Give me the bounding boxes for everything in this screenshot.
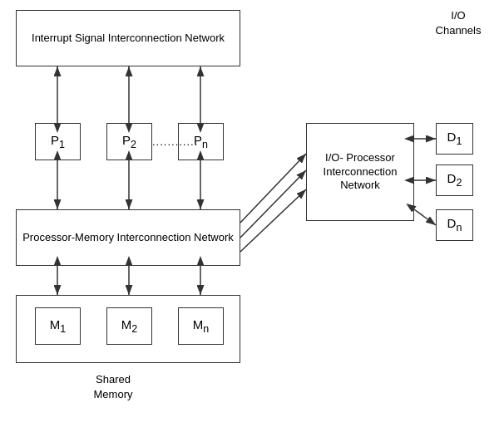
p2-label: P2 [122, 132, 136, 151]
dn-io-arrow [414, 209, 436, 225]
processor-memory-box: Processor-Memory Interconnection Network [16, 209, 240, 266]
p1-label: P1 [51, 132, 65, 151]
d1-label: D1 [447, 129, 462, 148]
pm-io-arrow1 [240, 154, 306, 223]
mn-label: Mn [193, 317, 209, 336]
mn-box: Mn [178, 307, 224, 345]
interrupt-network-box: Interrupt Signal Interconnection Network [16, 10, 240, 66]
m1-box: M1 [35, 307, 81, 345]
p1-box: P1 [35, 123, 81, 160]
pm-io-arrow2 [240, 170, 306, 238]
dots-label: ............ [152, 135, 198, 150]
dn-label: Dn [447, 215, 462, 234]
processor-memory-label: Processor-Memory Interconnection Network [22, 231, 234, 245]
architecture-diagram: Interrupt Signal Interconnection Network… [0, 0, 504, 432]
memory-text: Memory [94, 388, 133, 400]
shared-text: Shared [96, 373, 131, 385]
d2-box: D2 [436, 164, 473, 196]
p2-box: P2 [106, 123, 152, 160]
io-processor-box: I/O- Processor Interconnection Network [306, 123, 414, 221]
pm-io-arrow3 [240, 189, 306, 252]
io-processor-label: I/O- Processor Interconnection Network [307, 151, 413, 194]
dn-box: Dn [436, 209, 473, 241]
interrupt-network-label: Interrupt Signal Interconnection Network [32, 32, 225, 46]
m1-label: M1 [50, 317, 66, 336]
io-channels-label: I/O Channels [429, 8, 487, 38]
m2-label: M2 [121, 317, 137, 336]
shared-label: Shared Memory [80, 372, 146, 402]
d2-label: D2 [447, 170, 462, 189]
d1-box: D1 [436, 123, 473, 155]
m2-box: M2 [106, 307, 152, 345]
